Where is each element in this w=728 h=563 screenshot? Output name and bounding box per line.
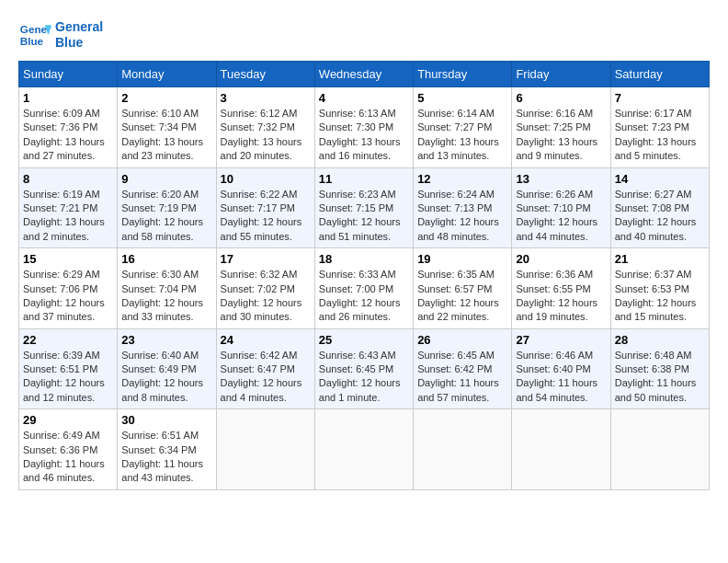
- day-number: 8: [23, 172, 113, 186]
- weekday-header-row: SundayMondayTuesdayWednesdayThursdayFrid…: [19, 62, 710, 87]
- day-info: Sunrise: 6:27 AM Sunset: 7:08 PM Dayligh…: [615, 188, 705, 245]
- day-info: Sunrise: 6:49 AM Sunset: 6:36 PM Dayligh…: [23, 429, 113, 486]
- calendar-cell: 24Sunrise: 6:42 AM Sunset: 6:47 PM Dayli…: [216, 328, 314, 409]
- day-number: 11: [319, 172, 409, 186]
- day-info: Sunrise: 6:23 AM Sunset: 7:15 PM Dayligh…: [319, 188, 409, 245]
- calendar-cell: 18Sunrise: 6:33 AM Sunset: 7:00 PM Dayli…: [314, 248, 413, 329]
- day-info: Sunrise: 6:22 AM Sunset: 7:17 PM Dayligh…: [221, 188, 311, 245]
- day-number: 6: [516, 91, 606, 105]
- calendar-cell: 15Sunrise: 6:29 AM Sunset: 7:06 PM Dayli…: [19, 248, 118, 329]
- calendar-body: 1Sunrise: 6:09 AM Sunset: 7:36 PM Daylig…: [19, 87, 710, 490]
- calendar-cell: 5Sunrise: 6:14 AM Sunset: 7:27 PM Daylig…: [414, 87, 512, 168]
- day-info: Sunrise: 6:29 AM Sunset: 7:06 PM Dayligh…: [23, 268, 113, 325]
- day-number: 13: [516, 172, 606, 186]
- day-number: 5: [417, 91, 507, 105]
- day-info: Sunrise: 6:35 AM Sunset: 6:57 PM Dayligh…: [417, 268, 507, 325]
- day-number: 14: [615, 172, 705, 186]
- day-info: Sunrise: 6:14 AM Sunset: 7:27 PM Dayligh…: [417, 107, 507, 164]
- calendar-cell: 22Sunrise: 6:39 AM Sunset: 6:51 PM Dayli…: [19, 328, 118, 409]
- calendar-cell: 8Sunrise: 6:19 AM Sunset: 7:21 PM Daylig…: [19, 167, 118, 248]
- weekday-header-tuesday: Tuesday: [216, 62, 314, 87]
- calendar-cell: 26Sunrise: 6:45 AM Sunset: 6:42 PM Dayli…: [414, 328, 512, 409]
- calendar-cell: [610, 409, 709, 490]
- calendar-cell: 23Sunrise: 6:40 AM Sunset: 6:49 PM Dayli…: [118, 328, 216, 409]
- weekday-header-saturday: Saturday: [610, 62, 709, 87]
- calendar-cell: 7Sunrise: 6:17 AM Sunset: 7:23 PM Daylig…: [610, 87, 709, 168]
- day-number: 3: [221, 91, 311, 105]
- day-info: Sunrise: 6:09 AM Sunset: 7:36 PM Dayligh…: [23, 107, 113, 164]
- logo: General Blue GeneralBlue: [18, 18, 103, 52]
- calendar-cell: 11Sunrise: 6:23 AM Sunset: 7:15 PM Dayli…: [314, 167, 413, 248]
- day-info: Sunrise: 6:39 AM Sunset: 6:51 PM Dayligh…: [23, 349, 113, 406]
- calendar-cell: 10Sunrise: 6:22 AM Sunset: 7:17 PM Dayli…: [216, 167, 314, 248]
- weekday-header-sunday: Sunday: [19, 62, 118, 87]
- calendar-cell: 12Sunrise: 6:24 AM Sunset: 7:13 PM Dayli…: [414, 167, 512, 248]
- day-number: 18: [319, 252, 409, 266]
- day-number: 16: [121, 252, 211, 266]
- calendar-cell: 20Sunrise: 6:36 AM Sunset: 6:55 PM Dayli…: [512, 248, 610, 329]
- day-number: 10: [221, 172, 311, 186]
- calendar-cell: 4Sunrise: 6:13 AM Sunset: 7:30 PM Daylig…: [314, 87, 413, 168]
- calendar-table: SundayMondayTuesdayWednesdayThursdayFrid…: [18, 61, 710, 490]
- page-header: General Blue GeneralBlue: [18, 18, 710, 52]
- calendar-cell: 1Sunrise: 6:09 AM Sunset: 7:36 PM Daylig…: [19, 87, 118, 168]
- calendar-cell: [414, 409, 512, 490]
- week-row-2: 8Sunrise: 6:19 AM Sunset: 7:21 PM Daylig…: [19, 167, 710, 248]
- day-info: Sunrise: 6:40 AM Sunset: 6:49 PM Dayligh…: [121, 349, 211, 406]
- day-info: Sunrise: 6:17 AM Sunset: 7:23 PM Dayligh…: [615, 107, 705, 164]
- calendar-cell: 28Sunrise: 6:48 AM Sunset: 6:38 PM Dayli…: [610, 328, 709, 409]
- calendar-cell: [314, 409, 413, 490]
- day-number: 15: [23, 252, 113, 266]
- weekday-header-friday: Friday: [512, 62, 610, 87]
- svg-text:Blue: Blue: [20, 35, 44, 47]
- day-number: 17: [221, 252, 311, 266]
- day-info: Sunrise: 6:12 AM Sunset: 7:32 PM Dayligh…: [221, 107, 311, 164]
- day-number: 30: [121, 413, 211, 427]
- calendar-header: SundayMondayTuesdayWednesdayThursdayFrid…: [19, 62, 710, 87]
- week-row-4: 22Sunrise: 6:39 AM Sunset: 6:51 PM Dayli…: [19, 328, 710, 409]
- day-info: Sunrise: 6:32 AM Sunset: 7:02 PM Dayligh…: [221, 268, 311, 325]
- day-info: Sunrise: 6:26 AM Sunset: 7:10 PM Dayligh…: [516, 188, 606, 245]
- week-row-3: 15Sunrise: 6:29 AM Sunset: 7:06 PM Dayli…: [19, 248, 710, 329]
- logo-icon: General Blue: [18, 18, 51, 52]
- day-info: Sunrise: 6:46 AM Sunset: 6:40 PM Dayligh…: [516, 349, 606, 406]
- day-info: Sunrise: 6:45 AM Sunset: 6:42 PM Dayligh…: [417, 349, 507, 406]
- day-info: Sunrise: 6:51 AM Sunset: 6:34 PM Dayligh…: [121, 429, 211, 486]
- day-info: Sunrise: 6:16 AM Sunset: 7:25 PM Dayligh…: [516, 107, 606, 164]
- day-number: 1: [23, 91, 113, 105]
- day-number: 24: [221, 333, 311, 347]
- day-number: 28: [615, 333, 705, 347]
- day-info: Sunrise: 6:10 AM Sunset: 7:34 PM Dayligh…: [121, 107, 211, 164]
- calendar-cell: [216, 409, 314, 490]
- calendar-cell: 21Sunrise: 6:37 AM Sunset: 6:53 PM Dayli…: [610, 248, 709, 329]
- calendar-cell: 6Sunrise: 6:16 AM Sunset: 7:25 PM Daylig…: [512, 87, 610, 168]
- calendar-cell: 9Sunrise: 6:20 AM Sunset: 7:19 PM Daylig…: [118, 167, 216, 248]
- calendar-cell: 30Sunrise: 6:51 AM Sunset: 6:34 PM Dayli…: [118, 409, 216, 490]
- day-number: 2: [121, 91, 211, 105]
- day-number: 27: [516, 333, 606, 347]
- calendar-cell: 27Sunrise: 6:46 AM Sunset: 6:40 PM Dayli…: [512, 328, 610, 409]
- day-info: Sunrise: 6:33 AM Sunset: 7:00 PM Dayligh…: [319, 268, 409, 325]
- day-number: 19: [417, 252, 507, 266]
- weekday-header-wednesday: Wednesday: [314, 62, 413, 87]
- day-number: 26: [417, 333, 507, 347]
- calendar-cell: 2Sunrise: 6:10 AM Sunset: 7:34 PM Daylig…: [118, 87, 216, 168]
- day-number: 21: [615, 252, 705, 266]
- day-info: Sunrise: 6:13 AM Sunset: 7:30 PM Dayligh…: [319, 107, 409, 164]
- day-number: 9: [121, 172, 211, 186]
- calendar-cell: 16Sunrise: 6:30 AM Sunset: 7:04 PM Dayli…: [118, 248, 216, 329]
- weekday-header-thursday: Thursday: [414, 62, 512, 87]
- calendar-cell: 17Sunrise: 6:32 AM Sunset: 7:02 PM Dayli…: [216, 248, 314, 329]
- day-number: 20: [516, 252, 606, 266]
- logo-text: GeneralBlue: [55, 19, 103, 51]
- day-number: 23: [121, 333, 211, 347]
- calendar-cell: [512, 409, 610, 490]
- day-info: Sunrise: 6:24 AM Sunset: 7:13 PM Dayligh…: [417, 188, 507, 245]
- day-info: Sunrise: 6:19 AM Sunset: 7:21 PM Dayligh…: [23, 188, 113, 245]
- day-number: 29: [23, 413, 113, 427]
- calendar-cell: 25Sunrise: 6:43 AM Sunset: 6:45 PM Dayli…: [314, 328, 413, 409]
- day-number: 7: [615, 91, 705, 105]
- day-number: 25: [319, 333, 409, 347]
- day-number: 22: [23, 333, 113, 347]
- day-number: 12: [417, 172, 507, 186]
